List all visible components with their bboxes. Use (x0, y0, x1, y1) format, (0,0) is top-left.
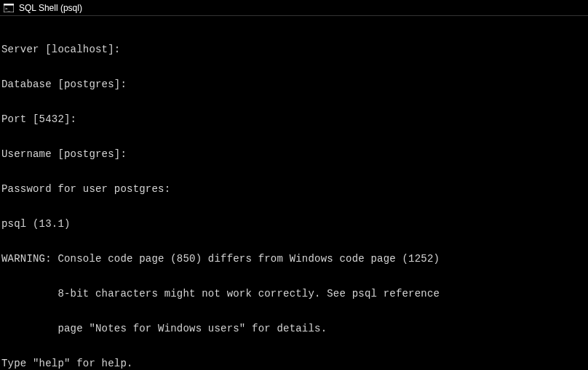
terminal-line: page "Notes for Windows users" for detai… (1, 323, 587, 334)
terminal-line: Password for user postgres: (1, 183, 587, 195)
terminal-output[interactable]: Server [localhost]: Database [postgres]:… (0, 16, 588, 370)
window-title: SQL Shell (psql) (19, 3, 82, 13)
terminal-line: Type "help" for help. (1, 358, 587, 369)
terminal-line: Database [postgres]: (1, 79, 587, 90)
terminal-line: Server [localhost]: (1, 44, 587, 55)
terminal-line: WARNING: Console code page (850) differs… (1, 253, 587, 265)
terminal-line: Port [5432]: (1, 113, 587, 125)
terminal-line: 8-bit characters might not work correctl… (1, 288, 587, 299)
terminal-line: psql (13.1) (1, 218, 587, 230)
terminal-line: Username [postgres]: (1, 148, 587, 160)
terminal-icon: >_ (3, 2, 15, 14)
title-bar: >_ SQL Shell (psql) (0, 0, 588, 16)
svg-text:>_: >_ (5, 6, 11, 12)
